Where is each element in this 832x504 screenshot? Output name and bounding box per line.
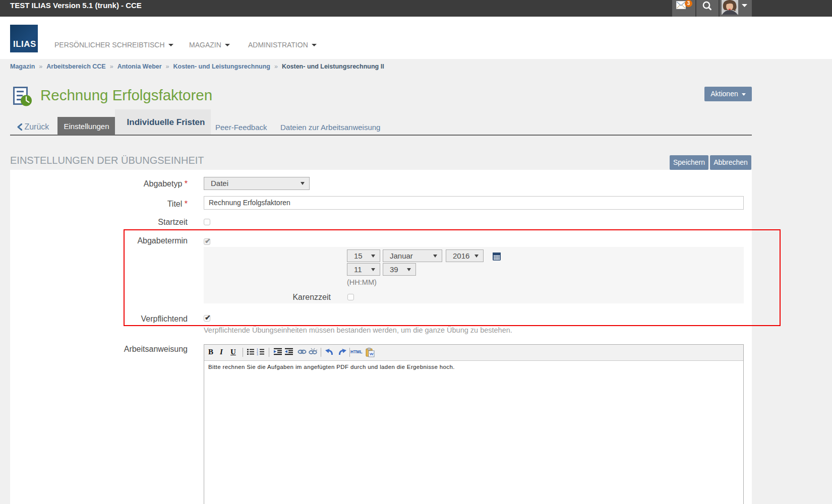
svg-text:3: 3 — [257, 353, 258, 356]
svg-text:W: W — [370, 352, 374, 356]
